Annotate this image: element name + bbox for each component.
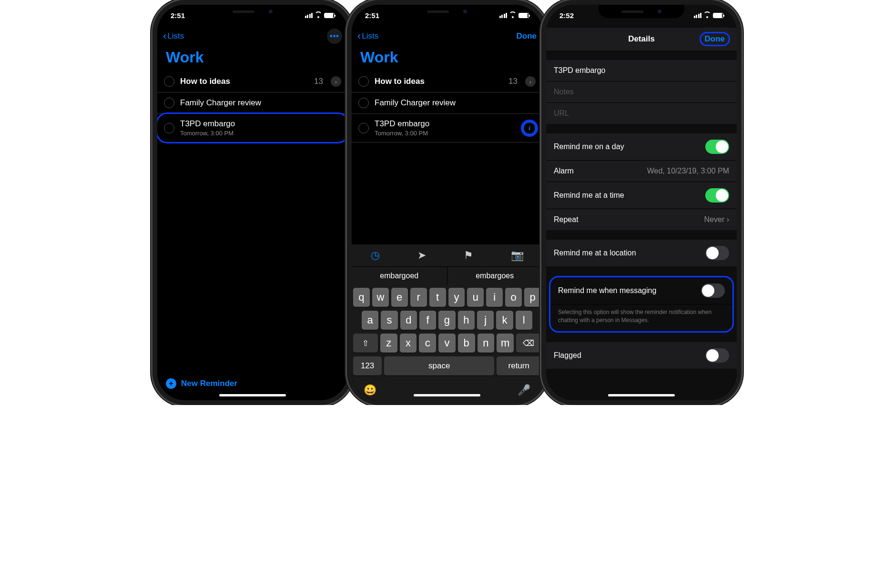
space-key[interactable]: space	[384, 356, 494, 375]
checkbox[interactable]	[164, 98, 174, 108]
key-y[interactable]: y	[448, 288, 465, 307]
key-g[interactable]: g	[438, 311, 455, 330]
key-l[interactable]: l	[516, 311, 532, 330]
home-indicator[interactable]	[608, 394, 675, 396]
done-button[interactable]: Done	[700, 32, 731, 46]
key-m[interactable]: m	[497, 334, 514, 353]
reminder-name: Family Charger review	[180, 98, 341, 108]
wifi-icon	[315, 12, 322, 18]
keyboard-suggestions: embargoed embargoes	[352, 266, 542, 285]
key-n[interactable]: n	[477, 334, 495, 353]
reminder-row[interactable]: T3PD embargo Tomorrow, 3:00 PM i	[352, 114, 542, 142]
key-e[interactable]: e	[391, 288, 408, 307]
checkbox[interactable]	[164, 123, 174, 133]
reminder-row[interactable]: Family Charger review	[352, 92, 542, 114]
notes-field[interactable]: Notes	[546, 81, 737, 103]
key-s[interactable]: s	[381, 311, 397, 330]
checkbox[interactable]	[358, 76, 369, 87]
remind-location-toggle[interactable]	[705, 246, 729, 260]
reminder-name: How to ideas	[180, 77, 308, 86]
checkbox[interactable]	[164, 76, 174, 87]
reminder-name: T3PD embargo	[375, 119, 518, 129]
battery-icon	[324, 13, 335, 18]
key-r[interactable]: r	[410, 288, 427, 307]
key-x[interactable]: x	[400, 334, 417, 353]
keyboard: qwertyuiop asdfghjkl ⇧ zxcvbnm ⌫ 123 spa…	[352, 285, 542, 400]
location-icon[interactable]: ➤	[417, 249, 426, 262]
shift-key[interactable]: ⇧	[353, 334, 378, 353]
reminder-row[interactable]: How to ideas 13 ›	[157, 71, 348, 92]
key-z[interactable]: z	[380, 334, 397, 353]
key-f[interactable]: f	[419, 311, 436, 330]
repeat-row[interactable]: Repeat Never ›	[546, 209, 737, 230]
emoji-button[interactable]: 😀	[364, 384, 376, 396]
messaging-footnote: Selecting this option will show the remi…	[550, 304, 732, 331]
checkbox[interactable]	[358, 98, 369, 108]
key-h[interactable]: h	[458, 311, 475, 330]
reminder-name: T3PD embargo	[180, 119, 341, 129]
key-j[interactable]: j	[477, 311, 494, 330]
key-p[interactable]: p	[524, 288, 541, 307]
wifi-icon	[509, 12, 517, 18]
done-button[interactable]: Done	[517, 31, 537, 41]
numbers-key[interactable]: 123	[353, 356, 382, 375]
remind-day-row: Remind me on a day	[546, 133, 737, 161]
url-field[interactable]: URL	[546, 103, 737, 124]
key-v[interactable]: v	[438, 334, 456, 353]
key-u[interactable]: u	[467, 288, 484, 307]
sublist-count: 13	[314, 77, 323, 86]
return-key[interactable]: return	[497, 356, 541, 375]
camera-icon[interactable]: 📷	[511, 249, 524, 262]
chevron-left-icon: ‹	[163, 31, 166, 41]
wifi-icon	[703, 12, 711, 18]
reminder-row-highlighted[interactable]: T3PD embargo Tomorrow, 3:00 PM	[157, 112, 348, 143]
status-time: 2:51	[365, 11, 379, 20]
remind-time-row: Remind me at a time	[546, 182, 737, 209]
key-k[interactable]: k	[496, 311, 513, 330]
status-time: 2:52	[559, 11, 574, 20]
suggestion[interactable]: embargoes	[447, 267, 543, 285]
reminder-subtitle: Tomorrow, 3:00 PM	[180, 130, 341, 137]
suggestion[interactable]: embargoed	[352, 267, 447, 285]
key-o[interactable]: o	[505, 288, 522, 307]
key-b[interactable]: b	[458, 334, 475, 353]
chevron-right-icon: ›	[331, 76, 341, 87]
flag-icon[interactable]: ⚑	[464, 249, 473, 262]
page-title: Work	[352, 47, 542, 71]
key-t[interactable]: t	[429, 288, 446, 307]
key-w[interactable]: w	[372, 288, 389, 307]
back-button[interactable]: ‹ Lists	[163, 31, 184, 41]
page-title: Work	[157, 47, 348, 71]
alarm-row[interactable]: Alarm Wed, 10/23/19, 3:00 PM	[546, 161, 737, 182]
flagged-toggle[interactable]	[705, 348, 729, 363]
clock-icon[interactable]: ◷	[371, 249, 380, 262]
remind-messaging-toggle[interactable]	[701, 284, 725, 298]
key-c[interactable]: c	[419, 334, 436, 353]
remind-messaging-row: Remind me when messaging	[550, 277, 732, 304]
remind-location-row: Remind me at a location	[546, 240, 737, 266]
remind-day-toggle[interactable]	[705, 140, 729, 154]
reminder-row[interactable]: How to ideas 13 ›	[352, 71, 542, 92]
info-button[interactable]: i	[523, 122, 536, 134]
home-indicator[interactable]	[219, 394, 286, 396]
back-label: Lists	[362, 31, 378, 41]
signal-icon	[694, 13, 702, 18]
remind-time-toggle[interactable]	[705, 188, 729, 203]
modal-header: Details Done	[546, 28, 737, 51]
more-button[interactable]: •••	[327, 29, 342, 44]
key-q[interactable]: q	[353, 288, 370, 307]
reminder-row[interactable]: Family Charger review	[157, 92, 348, 114]
signal-icon	[305, 13, 313, 18]
title-field[interactable]: T3PD embargo	[546, 60, 737, 81]
delete-key[interactable]: ⌫	[516, 334, 541, 353]
sublist-count: 13	[508, 77, 518, 86]
key-a[interactable]: a	[362, 311, 378, 330]
mic-button[interactable]: 🎤	[518, 384, 530, 396]
new-reminder-label: New Reminder	[181, 379, 237, 388]
checkbox[interactable]	[358, 123, 369, 133]
home-indicator[interactable]	[414, 394, 480, 396]
key-d[interactable]: d	[400, 311, 417, 330]
back-button[interactable]: ‹ Lists	[357, 31, 378, 41]
back-label: Lists	[167, 31, 184, 41]
key-i[interactable]: i	[486, 288, 503, 307]
